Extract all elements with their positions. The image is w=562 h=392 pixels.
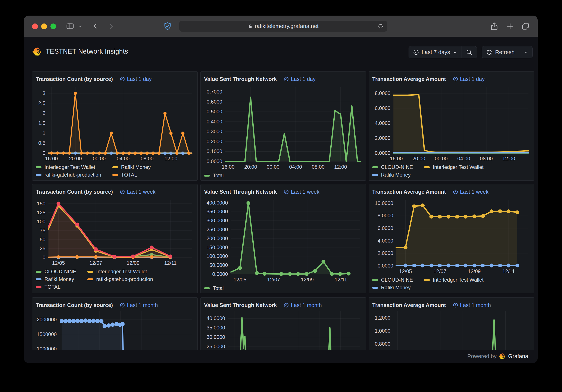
- panel-title[interactable]: Value Sent Through Network: [204, 189, 277, 195]
- x-axis-labels: 16:0020:0000:0004:0008:0012:00: [372, 155, 531, 162]
- legend-swatch: [87, 279, 93, 280]
- row-divider: [369, 67, 534, 67]
- refresh-label: Refresh: [495, 49, 515, 56]
- sidebar-icon[interactable]: [66, 16, 74, 37]
- chart-plot[interactable]: 32.521.510.50: [36, 85, 194, 155]
- svg-text:2.5: 2.5: [38, 100, 45, 106]
- row-divider: [32, 67, 198, 67]
- chart-plot[interactable]: 0.70000.60000.50000.40000.30000.20000.10…: [204, 85, 363, 164]
- x-axis-label: 12/07: [261, 277, 286, 283]
- legend-item[interactable]: rafiki-gatehub-production: [87, 277, 153, 282]
- legend-label: Interledger Test Wallet: [433, 165, 483, 170]
- zoom-out-button[interactable]: [462, 46, 477, 58]
- svg-text:3: 3: [43, 90, 45, 96]
- chart-canvas: 8.00006.00004.00002.00000.0000: [372, 85, 531, 155]
- svg-text:6.0000: 6.0000: [378, 225, 393, 231]
- panel-time-range-link[interactable]: Last 1 day: [120, 76, 152, 82]
- close-button[interactable]: [32, 23, 38, 29]
- panel-time-range-link[interactable]: Last 1 week: [120, 189, 155, 195]
- zoom-button[interactable]: [50, 23, 56, 29]
- x-axis-label: 12/05: [227, 277, 253, 283]
- panel-time-range-link[interactable]: Last 1 month: [453, 302, 491, 308]
- legend-item[interactable]: CLOUD-NINE: [372, 277, 413, 282]
- legend-item[interactable]: TOTAL: [36, 284, 76, 290]
- chart-canvas: 40.000035.000030.000025.0000: [204, 311, 363, 350]
- clock-icon: [453, 302, 458, 308]
- svg-text:0.5000: 0.5000: [207, 109, 222, 114]
- svg-text:0.1000: 0.1000: [207, 148, 222, 154]
- svg-text:0.0000: 0.0000: [375, 150, 390, 155]
- legend-item[interactable]: Rafiki Money: [112, 165, 151, 170]
- legend-label: Rafiki Money: [45, 277, 74, 282]
- svg-text:0.0000: 0.0000: [378, 263, 393, 268]
- new-tab-icon[interactable]: [506, 16, 515, 37]
- chart-legend: Total: [204, 173, 363, 178]
- time-range-picker[interactable]: Last 7 days: [409, 46, 462, 58]
- browser-window: rafikitelemetry.grafana.net TESTNET Netw…: [24, 16, 538, 363]
- panel-title[interactable]: Value Sent Through Network: [204, 76, 277, 82]
- legend-item[interactable]: Interledger Test Wallet: [424, 277, 483, 282]
- share-icon[interactable]: [490, 16, 499, 37]
- sidebar-chevron-down-icon[interactable]: [78, 16, 83, 37]
- legend-item[interactable]: Interledger Test Wallet: [87, 269, 153, 274]
- chart-plot[interactable]: 400.0000350.0000300.0000250.0000200.0000…: [204, 198, 363, 276]
- svg-text:8.0000: 8.0000: [375, 90, 390, 96]
- legend-item[interactable]: TOTAL: [112, 172, 151, 178]
- legend-item[interactable]: CLOUD-NINE: [36, 269, 76, 274]
- chart-plot[interactable]: 10.00008.00006.00004.00002.00000.0000: [372, 198, 531, 268]
- panel-time-range-link[interactable]: Last 1 week: [453, 189, 489, 195]
- legend-item[interactable]: CLOUD-NINE: [372, 165, 413, 170]
- clock-icon: [453, 189, 458, 194]
- panel-title[interactable]: Transaction Count (by source): [36, 189, 113, 195]
- panel-time-range-link[interactable]: Last 1 week: [283, 189, 319, 195]
- back-button[interactable]: [92, 16, 99, 37]
- legend-item[interactable]: Rafiki Money: [372, 172, 413, 178]
- x-axis-label: 04:00: [451, 156, 477, 162]
- chart-plot[interactable]: 8.00006.00004.00002.00000.0000: [372, 85, 531, 155]
- tab-overview-icon[interactable]: [521, 16, 530, 37]
- chart-plot[interactable]: 1501251007550250: [36, 198, 194, 260]
- legend-label: Total: [213, 173, 224, 178]
- powered-by-footer[interactable]: Powered by Grafana: [467, 353, 528, 359]
- chart-plot[interactable]: 40.000035.000030.000025.0000: [204, 311, 363, 350]
- legend-item[interactable]: Interledger Test Wallet: [36, 165, 101, 170]
- svg-text:250.0000: 250.0000: [206, 226, 228, 232]
- legend-item[interactable]: Interledger Test Wallet: [424, 165, 483, 170]
- svg-text:30.0000: 30.0000: [207, 334, 225, 340]
- chart-legend: CLOUD-NINEInterledger Test WalletRafiki …: [372, 277, 531, 290]
- panel-title[interactable]: Transaction Average Amount: [372, 76, 446, 82]
- minimize-button[interactable]: [41, 23, 47, 29]
- legend-item[interactable]: Total: [204, 173, 224, 178]
- forward-button[interactable]: [107, 16, 115, 37]
- panel-time-range-link[interactable]: Last 1 day: [453, 76, 485, 82]
- panel-time-range-link[interactable]: Last 1 day: [283, 76, 316, 82]
- legend-item[interactable]: Rafiki Money: [372, 285, 413, 290]
- chart-plot[interactable]: 1.20001.00000.8000: [372, 311, 531, 350]
- svg-text:0.0000: 0.0000: [212, 271, 228, 276]
- legend-item[interactable]: Total: [204, 286, 224, 291]
- legend-item[interactable]: rafiki-gatehub-production: [36, 172, 101, 178]
- legend-label: rafiki-gatehub-production: [45, 172, 101, 178]
- chevron-down-icon: [523, 50, 528, 55]
- privacy-shield-icon[interactable]: [163, 16, 172, 37]
- panel-time-range-link[interactable]: Last 1 month: [283, 302, 322, 308]
- legend-swatch: [36, 166, 41, 168]
- panel-title[interactable]: Transaction Count (by source): [36, 302, 113, 308]
- reload-icon[interactable]: [377, 23, 384, 31]
- x-axis-label: 12/09: [461, 268, 487, 274]
- svg-text:2: 2: [43, 110, 45, 116]
- panel-title[interactable]: Transaction Average Amount: [372, 302, 446, 308]
- refresh-interval-dropdown[interactable]: [519, 46, 532, 58]
- panel-title[interactable]: Transaction Count (by source): [36, 76, 113, 82]
- x-axis-label: 20:00: [406, 156, 432, 162]
- panel-title[interactable]: Transaction Average Amount: [372, 189, 446, 195]
- address-bar[interactable]: rafikitelemetry.grafana.net: [179, 21, 387, 32]
- panel-title[interactable]: Value Sent Through Network: [204, 302, 277, 308]
- chart-plot[interactable]: 200000015000001000000: [36, 311, 194, 350]
- legend-item[interactable]: Rafiki Money: [36, 277, 76, 282]
- refresh-button[interactable]: Refresh: [482, 46, 519, 58]
- panel-transaction-count-1day: Transaction Count (by source) Last 1 day…: [32, 71, 198, 181]
- clock-icon: [283, 77, 289, 82]
- panel-time-range-link[interactable]: Last 1 month: [120, 302, 158, 308]
- dashboard-header: TESTNET Network Insights: [33, 47, 128, 56]
